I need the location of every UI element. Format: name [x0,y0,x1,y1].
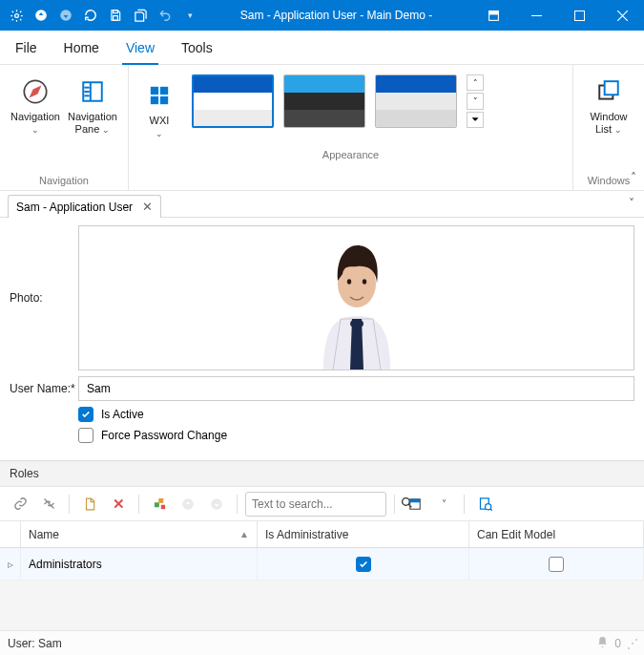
qat-dropdown-icon[interactable]: ▾ [179,5,200,26]
ribbon-group-appearance: WXI⌄ ˄ ˅ ⏷ Appearance [129,65,573,190]
wxi-button[interactable]: WXI⌄ [136,74,182,145]
navigation-button[interactable]: Navigation⌄ [8,71,63,141]
svg-rect-35 [410,498,421,502]
force-pw-label: Force Password Change [101,429,227,442]
document-tab[interactable]: Sam - Application User ✕ [8,195,161,218]
up-arrow-icon[interactable] [31,5,52,26]
ribbon-collapse-icon[interactable]: ˄ [631,171,636,184]
wxi-label: WXI [150,115,170,126]
unlink-icon[interactable] [36,492,61,517]
window-list-button[interactable]: Window List ⌄ [581,71,636,141]
cell-name: Administrators [21,548,258,580]
pane-icon [77,76,108,107]
svg-rect-15 [151,87,158,95]
column-can-edit[interactable]: Can Edit Model [469,521,644,547]
notif-count: 0 [614,637,621,650]
down-arrow-icon[interactable] [55,5,76,26]
username-input[interactable] [78,376,634,401]
move-down-icon [204,492,229,517]
svg-point-25 [362,279,365,285]
svg-rect-20 [605,81,618,95]
column-is-admin[interactable]: Is Administrative [258,521,469,547]
clone-icon[interactable] [147,492,172,517]
cell-can-edit[interactable] [469,548,644,580]
roles-header: Roles [0,460,644,487]
layout-icon[interactable] [403,492,427,517]
layout-dropdown-icon[interactable]: ˅ [431,492,456,517]
navigation-pane-button[interactable]: Navigation Pane ⌄ [65,71,120,141]
wxi-icon [144,80,175,111]
svg-rect-4 [114,16,118,21]
compass-icon [20,76,51,107]
document-tab-dropdown[interactable]: ˅ [629,197,634,210]
row-handle-header [0,521,21,547]
close-tab-icon[interactable]: ✕ [142,200,153,214]
preview-icon[interactable] [472,492,497,517]
resize-grip-icon[interactable]: ⋰ [627,637,636,650]
gear-icon[interactable] [6,5,27,26]
column-name[interactable]: Name▲ [21,521,258,547]
search-field[interactable] [245,492,386,517]
appearance-group-label: Appearance [136,145,565,162]
roles-toolbar: ✕ ˅ [0,487,644,521]
quick-access-toolbar: ▾ [0,5,200,26]
menu-tabs: File Home View Tools [0,31,644,65]
tab-file[interactable]: File [15,31,37,64]
theme-expand[interactable]: ⏷ [467,112,484,128]
can-edit-checkbox[interactable] [549,557,564,572]
user-photo [304,228,409,370]
is-admin-checkbox[interactable] [356,557,371,572]
windows-group-label: Windows [581,171,636,188]
move-up-icon [176,492,200,517]
status-user: User: Sam [8,637,62,650]
svg-point-37 [485,504,490,510]
navigation-label: Navigation [10,111,60,122]
new-icon[interactable] [77,492,102,517]
user-form: Photo: User Name:* Is Active Force Passw… [0,218,644,460]
refresh-icon[interactable] [80,5,101,26]
save-all-icon[interactable] [130,5,151,26]
svg-rect-28 [158,498,163,503]
bell-icon[interactable] [596,636,609,651]
svg-point-0 [14,13,18,17]
undo-icon[interactable] [155,5,176,26]
theme-scroll-up[interactable]: ˄ [467,74,484,91]
svg-rect-17 [151,96,158,104]
svg-rect-16 [160,87,168,95]
window-layout-icon[interactable] [472,0,515,31]
force-pw-checkbox[interactable] [78,428,93,443]
close-button[interactable] [601,0,644,31]
delete-icon[interactable]: ✕ [106,492,131,517]
svg-point-22 [350,319,364,328]
nav-group-label: Navigation [8,171,120,188]
theme-swatch-2[interactable] [283,74,365,128]
theme-swatch-3[interactable] [375,74,457,128]
document-tabbar: Sam - Application User ✕ ˅ [0,191,644,218]
tab-home[interactable]: Home [64,31,99,64]
sort-asc-icon: ▲ [239,529,249,539]
tab-view[interactable]: View [126,31,155,64]
theme-swatch-1[interactable] [192,74,274,128]
status-bar: User: Sam 0 ⋰ [0,630,644,655]
link-icon[interactable] [8,492,32,517]
tab-tools[interactable]: Tools [181,31,213,64]
save-icon[interactable] [105,5,126,26]
theme-scroll-down[interactable]: ˅ [467,93,484,109]
maximize-button[interactable] [558,0,601,31]
photo-field[interactable] [78,225,634,370]
svg-line-38 [490,509,492,511]
minimize-button[interactable] [515,0,558,31]
cell-is-admin[interactable] [258,548,469,580]
grid-header: Name▲ Is Administrative Can Edit Model [0,521,644,548]
svg-rect-27 [154,502,158,507]
ribbon-group-navigation: Navigation⌄ Navigation Pane ⌄ Navigation [0,65,129,190]
search-input[interactable] [252,497,395,511]
windows-icon [593,76,624,107]
table-row[interactable]: ▹ Administrators [0,548,644,581]
is-active-checkbox[interactable] [78,407,93,422]
row-expand-icon[interactable]: ▹ [0,548,21,580]
username-label: User Name:* [10,382,78,395]
roles-grid: Name▲ Is Administrative Can Edit Model ▹… [0,521,644,581]
svg-rect-18 [160,96,168,104]
document-tab-label: Sam - Application User [16,201,133,214]
